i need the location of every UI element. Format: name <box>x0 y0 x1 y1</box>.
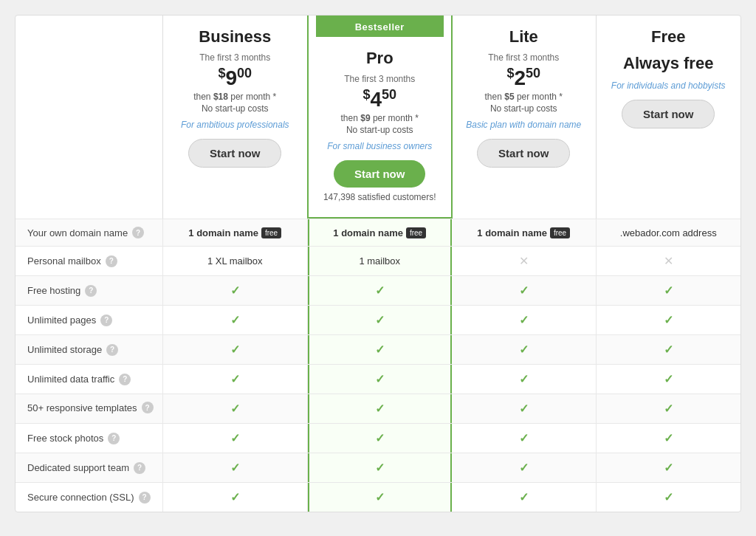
pro-price-then: then $9 per month * <box>316 113 444 123</box>
feature-row-domain: Your own domain name ? 1 domain namefree… <box>16 219 740 246</box>
pro-hosting-check: ✓ <box>375 284 385 298</box>
free-ssl-check: ✓ <box>664 490 673 504</box>
business-domain-badge: free <box>261 227 281 238</box>
business-pages: ✓ <box>163 306 308 334</box>
lite-no-startup: No start-up costs <box>459 103 588 114</box>
plans-header: Business The first 3 months $900 then $1… <box>16 16 740 219</box>
free-templates-check: ✓ <box>664 402 673 416</box>
business-storage-check: ✓ <box>230 343 240 357</box>
lite-photos-check: ✓ <box>519 431 529 445</box>
business-price: $900 <box>171 66 300 90</box>
help-icon-hosting[interactable]: ? <box>85 285 97 297</box>
help-icon-support[interactable]: ? <box>134 462 145 474</box>
feature-row-ssl: Secure connection (SSL) ? ✓ ✓ ✓ ✓ <box>16 482 740 512</box>
pricing-table: Business The first 3 months $900 then $1… <box>15 15 741 512</box>
lite-hosting: ✓ <box>452 276 597 305</box>
feature-label-mailbox-text: Personal mailbox <box>27 255 101 267</box>
business-support-check: ✓ <box>230 461 240 475</box>
free-hosting: ✓ <box>597 276 741 305</box>
lite-price-period: The first 3 months <box>459 52 588 63</box>
lite-hosting-check: ✓ <box>519 284 529 298</box>
pro-mailbox-text: 1 mailbox <box>359 255 400 267</box>
business-domain-text: 1 domain name <box>188 227 258 238</box>
pro-templates: ✓ <box>308 394 453 423</box>
lite-plan-name: Lite <box>459 27 588 47</box>
lite-pages: ✓ <box>452 306 597 334</box>
free-support: ✓ <box>597 453 741 482</box>
pro-mailbox: 1 mailbox <box>308 247 453 275</box>
free-traffic-check: ✓ <box>664 372 673 386</box>
feature-label-domain: Your own domain name ? <box>16 219 163 246</box>
pro-plan-name: Pro <box>316 49 444 68</box>
pro-domain: 1 domain namefree <box>308 219 453 246</box>
feature-label-pages-text: Unlimited pages <box>27 315 96 326</box>
help-icon-ssl[interactable]: ? <box>139 492 151 504</box>
pro-hosting: ✓ <box>308 276 453 305</box>
pro-price: $450 <box>316 87 444 111</box>
pro-photos: ✓ <box>308 424 453 453</box>
lite-support: ✓ <box>452 453 597 482</box>
free-photos-check: ✓ <box>664 431 673 445</box>
lite-storage-check: ✓ <box>519 343 529 357</box>
feature-row-hosting: Free hosting ? ✓ ✓ ✓ ✓ <box>16 275 740 305</box>
feature-row-pages: Unlimited pages ? ✓ ✓ ✓ ✓ <box>16 305 740 334</box>
plan-pro: Bestseller Pro The first 3 months $450 t… <box>307 16 453 219</box>
help-icon-traffic[interactable]: ? <box>119 374 131 385</box>
feature-label-traffic: Unlimited data traffic ? <box>16 365 163 394</box>
free-photos: ✓ <box>597 424 741 453</box>
free-always-free: Always free <box>604 54 734 73</box>
pro-ssl-check: ✓ <box>375 490 385 504</box>
help-icon-storage[interactable]: ? <box>106 344 118 356</box>
business-start-button[interactable]: Start now <box>188 139 281 168</box>
free-templates: ✓ <box>597 394 741 423</box>
lite-domain-badge: free <box>550 227 570 238</box>
pro-support: ✓ <box>308 453 453 482</box>
help-icon-pages[interactable]: ? <box>100 315 112 326</box>
help-icon-mailbox[interactable]: ? <box>106 255 117 267</box>
business-price-period: The first 3 months <box>171 52 300 63</box>
lite-mailbox: ✕ <box>452 247 597 275</box>
business-cents: 00 <box>237 66 252 80</box>
feature-label-domain-text: Your own domain name <box>27 227 128 238</box>
feature-row-traffic: Unlimited data traffic ? ✓ ✓ ✓ ✓ <box>16 364 740 394</box>
free-plan-name: Free <box>604 27 734 47</box>
pro-ssl: ✓ <box>308 483 453 512</box>
business-dollar-sign: $ <box>218 66 225 80</box>
feature-label-storage-text: Unlimited storage <box>27 344 102 355</box>
help-icon-templates[interactable]: ? <box>142 402 154 413</box>
help-icon-domain[interactable]: ? <box>132 227 144 238</box>
help-icon-photos[interactable]: ? <box>108 433 120 444</box>
free-start-button[interactable]: Start now <box>622 100 715 128</box>
feature-label-mailbox: Personal mailbox ? <box>16 247 163 275</box>
plan-free: Free Always free For individuals and hob… <box>597 16 741 219</box>
business-support: ✓ <box>163 453 308 482</box>
feature-label-storage: Unlimited storage ? <box>16 335 163 364</box>
pro-start-button[interactable]: Start now <box>334 160 425 188</box>
free-mailbox: ✕ <box>597 247 741 275</box>
lite-ssl-check: ✓ <box>519 490 529 504</box>
lite-start-button[interactable]: Start now <box>477 139 570 168</box>
business-ssl-check: ✓ <box>230 490 240 504</box>
lite-templates-check: ✓ <box>519 402 529 416</box>
business-hosting: ✓ <box>163 276 308 305</box>
lite-ssl: ✓ <box>452 483 597 512</box>
pro-traffic: ✓ <box>308 365 453 394</box>
pro-price-period: The first 3 months <box>316 74 444 84</box>
business-photos: ✓ <box>163 424 308 453</box>
pro-cents: 50 <box>382 87 396 102</box>
plan-business: Business The first 3 months $900 then $1… <box>163 16 308 219</box>
feature-label-hosting-text: Free hosting <box>27 285 80 296</box>
pro-no-startup: No start-up costs <box>316 125 444 135</box>
free-support-check: ✓ <box>664 461 673 475</box>
page-wrapper: Business The first 3 months $900 then $1… <box>0 0 756 527</box>
pro-templates-check: ✓ <box>375 402 385 416</box>
lite-templates: ✓ <box>452 394 597 423</box>
feature-label-ssl-text: Secure connection (SSL) <box>27 492 134 503</box>
lite-photos: ✓ <box>452 424 597 453</box>
business-mailbox: 1 XL mailbox <box>163 247 308 275</box>
feature-row-support: Dedicated support team ? ✓ ✓ ✓ ✓ <box>16 453 740 482</box>
lite-support-check: ✓ <box>519 461 529 475</box>
business-templates: ✓ <box>163 394 308 423</box>
lite-price-then: then $5 per month * <box>459 92 588 102</box>
pro-storage: ✓ <box>308 335 453 364</box>
